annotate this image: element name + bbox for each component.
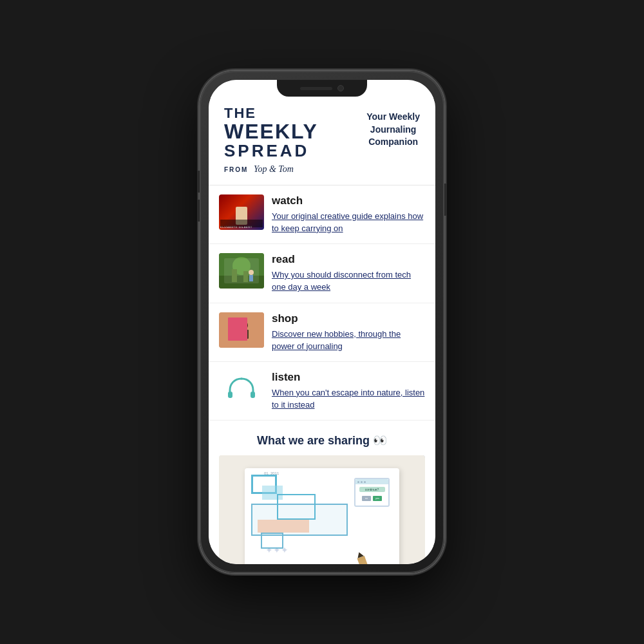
svg-point-8 (239, 321, 248, 330)
read-thumb-svg (219, 253, 264, 289)
journal-page: 01. 2011 ✦✦✦ (245, 468, 399, 564)
journal-choices: no yes (355, 495, 388, 502)
shop-text: shop Discover new hobbies, through the p… (272, 312, 425, 352)
power-button (444, 184, 447, 216)
sharing-section: What we are sharing 👀 01. 2011 ✦✦✦ (209, 421, 435, 564)
logo-brand: Yop & Tom (254, 164, 294, 174)
journal-dot-3 (364, 481, 366, 483)
notch-speaker (300, 87, 332, 90)
journal-shape-mid (277, 494, 316, 520)
header-tagline: Your Weekly Journaling Companion (366, 106, 420, 149)
listen-label: listen (272, 371, 425, 384)
read-link[interactable]: Why you should disconnect from tech one … (272, 270, 411, 292)
shop-section: shop Discover new hobbies, through the p… (209, 303, 435, 362)
read-text: read Why you should disconnect from tech… (272, 253, 425, 293)
logo-from-label: FROM (224, 166, 248, 173)
read-label: read (272, 253, 425, 266)
journal-dot-2 (361, 481, 363, 483)
journal-choice-no: no (362, 496, 371, 501)
svg-point-2 (232, 257, 251, 275)
shop-link[interactable]: Discover new hobbies, through the power … (272, 329, 401, 351)
phone-device: THE WEEKLY SPREAD FROM Yop & Tom Your We… (200, 71, 444, 573)
svg-rect-1 (219, 276, 264, 289)
logo-block: THE WEEKLY SPREAD FROM Yop & Tom (224, 106, 318, 175)
listen-link[interactable]: When you can't escape into nature, liste… (272, 388, 424, 410)
screen-content[interactable]: THE WEEKLY SPREAD FROM Yop & Tom Your We… (209, 80, 435, 564)
volume-up-button (197, 171, 200, 193)
watch-section: ELIZABETH GILBERT watch Your original cr… (209, 185, 435, 244)
shop-thumbnail (219, 312, 264, 348)
watch-link[interactable]: Your original creative guide explains ho… (272, 211, 423, 233)
pencil-tip (356, 551, 364, 558)
sharing-title: What we are sharing 👀 (219, 433, 425, 448)
listen-text: listen When you can't escape into nature… (272, 371, 425, 411)
notch (277, 80, 367, 97)
journal-shape-pink (258, 520, 309, 533)
svg-point-5 (249, 270, 254, 275)
svg-rect-10 (231, 330, 246, 341)
watch-thumb-text: ELIZABETH GILBERT (220, 225, 252, 229)
svg-rect-4 (243, 271, 248, 282)
sharing-image: 01. 2011 ✦✦✦ (219, 455, 425, 564)
journal-widget: continue? no yes (354, 478, 390, 507)
journal-continue-btn: continue? (359, 487, 385, 492)
phone-screen: THE WEEKLY SPREAD FROM Yop & Tom Your We… (209, 80, 435, 564)
watch-thumbnail: ELIZABETH GILBERT (219, 194, 264, 230)
logo-spread: SPREAD (224, 142, 318, 160)
volume-down-button (197, 200, 200, 222)
read-thumbnail (219, 253, 264, 289)
svg-rect-12 (228, 392, 232, 398)
content-sections: ELIZABETH GILBERT watch Your original cr… (209, 185, 435, 421)
journal-dot-1 (357, 481, 359, 483)
read-section: read Why you should disconnect from tech… (209, 244, 435, 303)
journal-shape-outer (251, 475, 277, 494)
journal-small-rect (261, 533, 283, 549)
logo-weekly: WEEKLY (224, 121, 318, 142)
listen-icon-container (219, 371, 264, 406)
svg-rect-13 (251, 392, 255, 398)
svg-rect-9 (238, 330, 249, 339)
journal-choice-yes: yes (373, 496, 382, 501)
shop-label: shop (272, 312, 425, 325)
notch-camera (337, 85, 344, 91)
journal-widget-bar (355, 479, 388, 484)
listen-section: listen When you can't escape into nature… (209, 362, 435, 421)
watch-text: watch Your original creative guide expla… (272, 194, 425, 234)
watch-figure (236, 207, 247, 225)
shop-thumb-svg (219, 312, 264, 348)
svg-rect-3 (232, 269, 237, 282)
logo-the: THE (224, 106, 318, 121)
pencil (357, 556, 386, 564)
svg-rect-7 (219, 312, 264, 348)
headphone-icon (227, 376, 256, 401)
watch-label: watch (272, 194, 425, 207)
svg-rect-0 (219, 253, 264, 289)
svg-rect-6 (249, 275, 253, 281)
